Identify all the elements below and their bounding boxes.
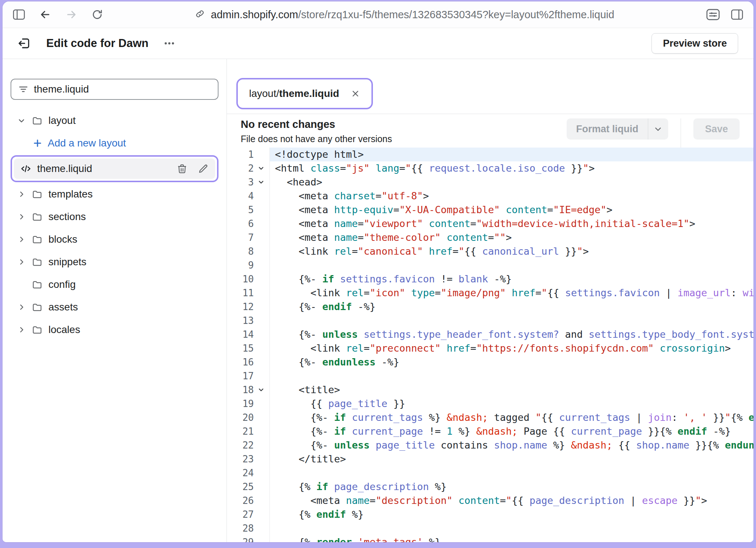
line-number: 1 xyxy=(227,149,254,160)
line-number-gutter: 1234567891011121314151617181920212223242… xyxy=(227,148,270,542)
preview-store-button[interactable]: Preview store xyxy=(651,33,738,54)
code-line-4[interactable]: <meta charset="utf-8"> xyxy=(270,189,753,203)
file-name: theme.liquid xyxy=(37,163,92,175)
code-line-16[interactable]: {%- endunless -%} xyxy=(270,355,753,369)
page-title: Edit code for Dawn xyxy=(46,37,149,50)
code-line-13[interactable] xyxy=(270,314,753,328)
code-line-21[interactable]: {%- if current_page != 1 %} &ndash; Page… xyxy=(270,424,753,438)
address-bar[interactable]: admin.shopify.com/store/rzq1xu-f5/themes… xyxy=(103,9,706,21)
folder-name: locales xyxy=(48,324,80,336)
folder-name: layout xyxy=(48,115,76,126)
line-number: 27 xyxy=(227,509,254,520)
sidebar-item-blocks[interactable]: blocks xyxy=(11,228,218,251)
close-tab-icon[interactable] xyxy=(351,89,360,98)
browser-window: admin.shopify.com/store/rzq1xu-f5/themes… xyxy=(3,1,753,542)
line-number: 24 xyxy=(227,467,254,478)
code-line-20[interactable]: {%- if current_tags %} &ndash; tagged "{… xyxy=(270,411,753,424)
code-line-24[interactable] xyxy=(270,466,753,480)
sidebar-item-assets[interactable]: assets xyxy=(11,296,218,318)
code-line-11[interactable]: <link rel="icon" type="image/png" href="… xyxy=(270,286,753,300)
code-line-12[interactable]: {%- endif -%} xyxy=(270,300,753,314)
code-fold-icon[interactable] xyxy=(257,179,265,186)
code-file-icon xyxy=(20,163,31,174)
line-number: 9 xyxy=(227,260,254,271)
file-explorer-sidebar: layoutAdd a new layouttheme.liquidtempla… xyxy=(3,59,227,542)
code-line-22[interactable]: {%- unless page_title contains shop.name… xyxy=(270,438,753,452)
reload-icon[interactable] xyxy=(91,9,103,20)
sidebar-item-config[interactable]: config xyxy=(11,273,218,296)
sidebar-item-layout[interactable]: layout xyxy=(11,109,218,132)
code-line-3[interactable]: <head> xyxy=(270,175,753,189)
code-line-29[interactable]: {% render 'meta-tags' %} xyxy=(270,535,753,542)
chevron-right-icon[interactable] xyxy=(16,235,27,244)
code-line-6[interactable]: <meta name="viewport" content="width=dev… xyxy=(270,217,753,231)
chevron-right-icon[interactable] xyxy=(16,303,27,312)
code-line-7[interactable]: <meta name="theme-color" content=""> xyxy=(270,231,753,244)
forward-icon[interactable] xyxy=(65,8,78,21)
folder-name: sections xyxy=(48,211,86,223)
selected-file-highlight-ring: theme.liquid xyxy=(11,155,218,182)
browser-settings-icon[interactable] xyxy=(706,9,720,20)
folder-name: blocks xyxy=(48,234,77,245)
code-line-10[interactable]: {%- if settings.favicon != blank -%} xyxy=(270,272,753,286)
line-number: 19 xyxy=(227,398,254,409)
code-line-2[interactable]: <html class="js" lang="{{ request.locale… xyxy=(270,161,753,175)
folder-icon xyxy=(32,234,43,245)
code-line-17[interactable] xyxy=(270,369,753,383)
more-actions-icon[interactable] xyxy=(163,37,176,50)
folder-name: snippets xyxy=(48,256,86,268)
code-editor[interactable]: 1234567891011121314151617181920212223242… xyxy=(227,148,753,542)
code-line-28[interactable] xyxy=(270,521,753,535)
url-path: /store/rzq1xu-f5/themes/132683530345?key… xyxy=(298,9,614,20)
code-line-27[interactable]: {% endif %} xyxy=(270,508,753,521)
add-new-layout-button[interactable]: Add a new layout xyxy=(11,132,218,154)
code-pane[interactable]: <!doctype html><html class="js" lang="{{… xyxy=(270,148,753,542)
sidebar-item-snippets[interactable]: snippets xyxy=(11,251,218,273)
code-line-15[interactable]: <link rel="preconnect" href="https://fon… xyxy=(270,341,753,355)
file-search[interactable] xyxy=(11,79,218,100)
chevron-right-icon[interactable] xyxy=(16,258,27,266)
format-liquid-button[interactable]: Format liquid xyxy=(567,118,648,140)
sidebar-toggle-icon[interactable] xyxy=(13,9,25,20)
format-liquid-split-button: Format liquid xyxy=(567,118,668,140)
line-number: 5 xyxy=(227,204,254,215)
tab-theme-liquid[interactable]: layout/theme.liquid xyxy=(240,82,369,105)
chevron-right-icon[interactable] xyxy=(16,212,27,221)
status-subtitle: File does not have any other versions xyxy=(241,134,392,144)
sidebar-item-sections[interactable]: sections xyxy=(11,206,218,228)
format-options-chevron-icon[interactable] xyxy=(648,118,668,140)
code-line-8[interactable]: <link rel="canonical" href="{{ canonical… xyxy=(270,244,753,258)
code-line-18[interactable]: <title> xyxy=(270,383,753,397)
line-number: 17 xyxy=(227,371,254,381)
folder-icon xyxy=(32,324,43,335)
code-line-23[interactable]: </title> xyxy=(270,452,753,466)
code-line-25[interactable]: {% if page_description %} xyxy=(270,480,753,494)
code-line-1[interactable]: <!doctype html> xyxy=(270,148,753,161)
code-line-14[interactable]: {%- unless settings.type_header_font.sys… xyxy=(270,328,753,341)
code-line-26[interactable]: <meta name="description" content="{{ pag… xyxy=(270,494,753,508)
chevron-down-icon[interactable] xyxy=(16,116,27,125)
sidebar-item-templates[interactable]: templates xyxy=(11,183,218,206)
file-search-input[interactable] xyxy=(34,83,211,95)
sidebar-item-theme-liquid[interactable]: theme.liquid xyxy=(14,158,215,179)
back-icon[interactable] xyxy=(39,8,51,21)
line-number: 15 xyxy=(227,343,254,354)
rename-file-icon[interactable] xyxy=(198,163,209,174)
exit-icon[interactable] xyxy=(17,36,31,50)
line-number: 14 xyxy=(227,329,254,340)
plus-icon xyxy=(32,138,43,148)
save-button[interactable]: Save xyxy=(693,118,740,140)
code-line-5[interactable]: <meta http-equiv="X-UA-Compatible" conte… xyxy=(270,203,753,217)
chevron-right-icon[interactable] xyxy=(16,190,27,199)
sidebar-item-locales[interactable]: locales xyxy=(11,318,218,341)
code-line-19[interactable]: {{ page_title }} xyxy=(270,397,753,411)
tab-label: layout/theme.liquid xyxy=(249,88,339,99)
url-text: admin.shopify.com/store/rzq1xu-f5/themes… xyxy=(211,9,614,21)
sidebar-right-toggle-icon[interactable] xyxy=(731,9,743,20)
code-fold-icon[interactable] xyxy=(257,165,265,172)
code-fold-icon[interactable] xyxy=(257,386,265,394)
chevron-right-icon[interactable] xyxy=(16,325,27,334)
code-line-9[interactable] xyxy=(270,258,753,272)
browser-toolbar: admin.shopify.com/store/rzq1xu-f5/themes… xyxy=(3,1,753,28)
delete-file-icon[interactable] xyxy=(177,163,188,174)
